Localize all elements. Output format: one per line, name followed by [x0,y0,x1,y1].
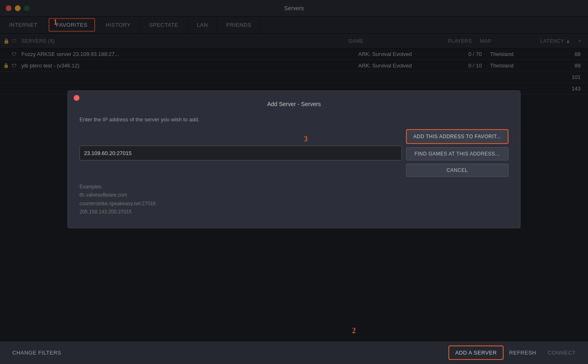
modal-overlay: Add Server - Servers Enter the IP addres… [0,0,588,364]
modal-description: Enter the IP address of the server you w… [79,116,509,123]
server-ip-input[interactable] [79,146,402,160]
find-games-button[interactable]: FIND GAMES AT THIS ADDRESS... [406,147,509,160]
modal-input-row: ADD THIS ADDRESS TO FAVORIT... FIND GAME… [79,129,509,177]
add-server-modal: Add Server - Servers Enter the IP addres… [68,90,520,228]
bottom-bar: CHANGE FILTERS ADD A SERVER REFRESH CONN… [0,341,588,364]
modal-examples: Examples: tfc.valvesoftware.com counters… [79,183,509,216]
refresh-button[interactable]: REFRESH [504,346,542,359]
cancel-button[interactable]: CANCEL [406,164,509,177]
add-server-button[interactable]: ADD A SERVER [448,345,503,360]
add-to-favorites-button[interactable]: ADD THIS ADDRESS TO FAVORIT... [406,129,509,144]
modal-title: Add Server - Servers [79,101,509,107]
change-filters-button[interactable]: CHANGE FILTERS [7,346,67,359]
modal-action-buttons: ADD THIS ADDRESS TO FAVORIT... FIND GAME… [406,129,509,177]
connect-button[interactable]: CONNECT [542,346,581,359]
modal-close-button[interactable] [74,95,79,101]
